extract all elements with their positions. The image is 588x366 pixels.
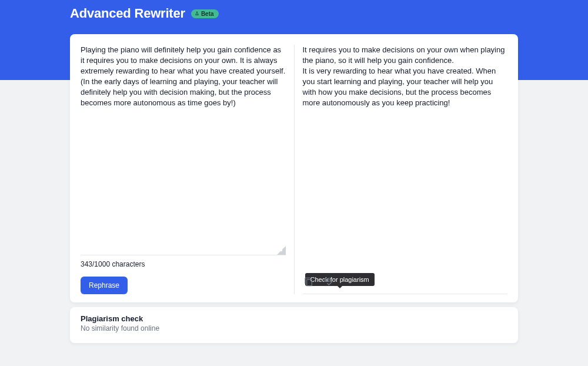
plagiarism-card: Plagiarism check No similarity found onl…	[70, 307, 518, 343]
page-title: Advanced Rewriter	[70, 6, 185, 21]
copy-icon	[304, 277, 313, 287]
copy-button[interactable]	[303, 276, 315, 288]
input-column: 343/1000 characters Rephrase	[81, 45, 294, 294]
page-header: Advanced Rewriter Beta	[70, 6, 518, 21]
output-text: It requires you to make decisions on you…	[303, 45, 508, 108]
char-counter: 343/1000 characters	[81, 260, 286, 268]
beta-badge: Beta	[191, 9, 219, 18]
plagiarism-title: Plagiarism check	[81, 314, 507, 323]
spellcheck-icon	[323, 277, 332, 287]
flask-icon	[195, 11, 199, 16]
plagiarism-check-button[interactable]	[322, 276, 333, 288]
source-text-input[interactable]	[81, 45, 286, 255]
output-paragraph: It requires you to make decisions on you…	[303, 45, 508, 66]
plagiarism-subtitle: No similarity found online	[81, 324, 507, 332]
output-paragraph: It is very rewarding to hear what you ha…	[303, 66, 508, 108]
rephrase-button[interactable]: Rephrase	[81, 277, 128, 294]
output-actions	[303, 270, 508, 294]
output-column: It requires you to make decisions on you…	[294, 45, 508, 294]
beta-badge-label: Beta	[201, 11, 214, 17]
rewriter-card: 343/1000 characters Rephrase It requires…	[70, 34, 518, 302]
